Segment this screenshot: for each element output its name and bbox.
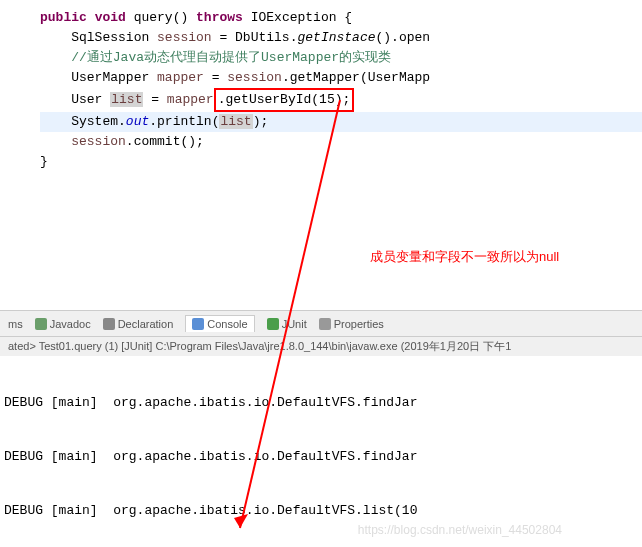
tab-ms[interactable]: ms (8, 315, 23, 332)
tab-properties[interactable]: Properties (319, 315, 384, 332)
code-text: = (143, 92, 166, 107)
tab-label: Declaration (118, 318, 174, 330)
variable-highlighted: list (219, 114, 252, 129)
code-text: IOException { (243, 10, 352, 25)
tab-console[interactable]: Console (185, 315, 254, 332)
keyword: throws (196, 10, 243, 25)
tab-label: Javadoc (50, 318, 91, 330)
code-line: } (40, 152, 642, 172)
tabs-bar: ms Javadoc Declaration Console JUnit Pro… (0, 310, 642, 337)
declaration-icon (103, 318, 115, 330)
variable: mapper (167, 92, 214, 107)
code-text: .commit(); (126, 134, 204, 149)
tab-label: Console (207, 318, 247, 330)
code-text: ().open (376, 30, 431, 45)
type: SqlSession (71, 30, 157, 45)
variable: session (71, 134, 126, 149)
tab-junit[interactable]: JUnit (267, 315, 307, 332)
tab-javadoc[interactable]: Javadoc (35, 315, 91, 332)
console-line: DEBUG [main] org.apache.ibatis.io.Defaul… (4, 394, 638, 412)
type: User (71, 92, 110, 107)
annotation-text: 成员变量和字段不一致所以为null (370, 248, 559, 266)
code-text: .println( (149, 114, 219, 129)
tab-label: JUnit (282, 318, 307, 330)
console-icon (192, 318, 204, 330)
console-header: ated> Test01.query (1) [JUnit] C:\Progra… (0, 337, 642, 356)
type: UserMapper (71, 70, 157, 85)
code-line: //通过Java动态代理自动提供了UserMapper的实现类 (40, 48, 642, 68)
keyword: public (40, 10, 87, 25)
comment: //通过Java动态代理自动提供了UserMapper的实现类 (71, 50, 391, 65)
console-output[interactable]: DEBUG [main] org.apache.ibatis.io.Defaul… (0, 356, 642, 547)
method-name: query() (126, 10, 196, 25)
console-line: DEBUG [main] org.apache.ibatis.io.Defaul… (4, 448, 638, 466)
annotated-code-box: .getUserById(15); (214, 88, 355, 112)
code-text: System. (71, 114, 126, 129)
javadoc-icon (35, 318, 47, 330)
code-line: public void query() throws IOException { (40, 8, 642, 28)
code-text: = (204, 70, 227, 85)
code-line: User list = mapper.getUserById(15); (40, 88, 642, 112)
junit-icon (267, 318, 279, 330)
code-line: UserMapper mapper = session.getMapper(Us… (40, 68, 642, 88)
tab-declaration[interactable]: Declaration (103, 315, 174, 332)
watermark: https://blog.csdn.net/weixin_44502804 (358, 523, 562, 537)
keyword: void (95, 10, 126, 25)
code-editor[interactable]: public void query() throws IOException {… (0, 0, 642, 180)
code-line-current: System.out.println(list); (40, 112, 642, 132)
static-method: getInstace (297, 30, 375, 45)
properties-icon (319, 318, 331, 330)
static-field: out (126, 114, 149, 129)
code-line: session.commit(); (40, 132, 642, 152)
tab-label: Properties (334, 318, 384, 330)
variable: session (157, 30, 212, 45)
variable: mapper (157, 70, 204, 85)
variable: session (227, 70, 282, 85)
console-line: DEBUG [main] org.apache.ibatis.io.Defaul… (4, 502, 638, 520)
code-text: .getMapper(UserMapp (282, 70, 430, 85)
variable-highlighted: list (110, 92, 143, 107)
code-text: ); (253, 114, 269, 129)
code-text: = DbUtils. (212, 30, 298, 45)
tab-label: ms (8, 318, 23, 330)
code-line: SqlSession session = DbUtils.getInstace(… (40, 28, 642, 48)
